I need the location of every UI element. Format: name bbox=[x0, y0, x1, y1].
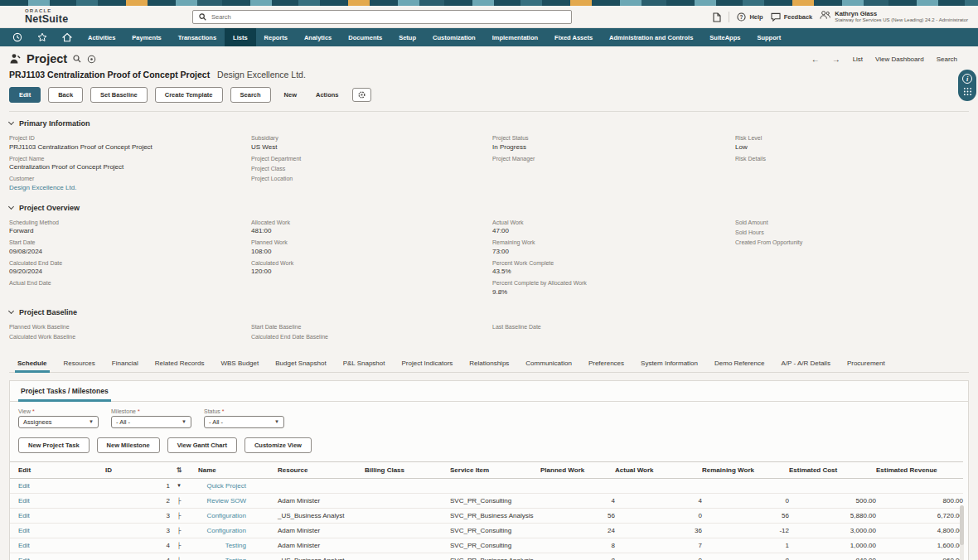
field-subsidiary: Subsidiary US West bbox=[251, 135, 492, 151]
shortcuts-star-icon[interactable] bbox=[30, 28, 55, 46]
task-name-link[interactable]: Configuration bbox=[206, 527, 246, 534]
sort-icon[interactable]: ⇅ bbox=[170, 461, 188, 478]
recent-records-icon[interactable] bbox=[5, 28, 30, 46]
edit-task-link[interactable]: Edit bbox=[18, 557, 30, 560]
list-link[interactable]: List bbox=[853, 56, 863, 63]
section-project-baseline-header[interactable]: Project Baseline bbox=[9, 308, 969, 316]
toolbar-settings-button[interactable] bbox=[352, 88, 371, 102]
user-menu[interactable]: Kathryn Glass Stairway for Services US (… bbox=[820, 10, 968, 24]
task-name-link[interactable]: Testing bbox=[225, 542, 246, 549]
view-gantt-chart-button[interactable]: View Gantt Chart bbox=[167, 437, 237, 453]
table-header-row: Edit ID ⇅ Name Resource Billing Class Se… bbox=[10, 461, 963, 478]
status-select[interactable]: - All - ▼ bbox=[204, 416, 284, 428]
record-toolbar: Edit Back Set Baseline Create Template S… bbox=[9, 87, 969, 103]
top-bar: ORACLE NetSuite ? Help Feedback Kathryn … bbox=[0, 6, 978, 28]
collapse-chevron-icon bbox=[8, 203, 14, 209]
search-button[interactable]: Search bbox=[230, 87, 271, 103]
record-tab[interactable]: Relationships bbox=[461, 355, 517, 372]
task-name-link[interactable]: Configuration bbox=[206, 512, 246, 519]
create-template-button[interactable]: Create Template bbox=[155, 87, 223, 103]
section-project-baseline: Project Baseline Planned Work Baseline C… bbox=[9, 308, 969, 344]
feedback-button[interactable]: Feedback bbox=[771, 12, 813, 22]
view-dashboard-link[interactable]: View Dashboard bbox=[875, 56, 924, 63]
task-name-link[interactable]: Review SOW bbox=[206, 497, 246, 504]
record-tab[interactable]: Project Indicators bbox=[394, 355, 462, 372]
nav-menu-item[interactable]: Fixed Assets bbox=[546, 28, 601, 46]
new-milestone-button[interactable]: New Milestone bbox=[97, 437, 160, 453]
home-icon[interactable] bbox=[55, 28, 80, 46]
nav-menu-item[interactable]: Transactions bbox=[170, 28, 225, 46]
task-name-link[interactable]: Quick Project bbox=[206, 482, 246, 490]
tree-expander-icon[interactable]: ├ bbox=[170, 553, 188, 560]
edit-task-link[interactable]: Edit bbox=[18, 527, 30, 534]
dots-grid-icon[interactable] bbox=[963, 87, 972, 96]
record-search-icon[interactable] bbox=[73, 55, 81, 63]
new-project-task-button[interactable]: New Project Task bbox=[18, 437, 90, 453]
netsuite-logo: ORACLE NetSuite bbox=[25, 8, 68, 24]
global-search[interactable] bbox=[192, 10, 572, 24]
edit-task-link[interactable]: Edit bbox=[18, 512, 30, 519]
nav-menu-item[interactable]: Support bbox=[748, 28, 789, 46]
back-button[interactable]: Back bbox=[48, 87, 83, 103]
view-select[interactable]: Assignees ▼ bbox=[18, 416, 99, 428]
customer-link[interactable]: Design Excellence Ltd. bbox=[9, 184, 251, 191]
record-tab[interactable]: Budget Snapshot bbox=[267, 355, 334, 372]
record-tab[interactable]: A/P - A/R Details bbox=[772, 355, 838, 372]
help-button[interactable]: ? Help bbox=[737, 12, 763, 22]
nav-menu-item[interactable]: Reports bbox=[256, 28, 296, 46]
nav-menu-item[interactable]: SuiteApps bbox=[701, 28, 748, 46]
tree-expander-icon[interactable]: ├ bbox=[170, 538, 188, 553]
edit-task-link[interactable]: Edit bbox=[18, 497, 30, 504]
section-primary-information-header[interactable]: Primary Information bbox=[9, 119, 969, 128]
task-row: Edit 4 ├ Testing _US_Business Analyst SV… bbox=[10, 553, 963, 560]
nav-menu-item[interactable]: Lists bbox=[225, 28, 256, 46]
record-tab[interactable]: System Information bbox=[632, 355, 706, 372]
record-tab[interactable]: Communication bbox=[517, 355, 580, 372]
customize-page-icon[interactable] bbox=[87, 55, 96, 64]
milestone-select[interactable]: - All - ▼ bbox=[111, 416, 191, 428]
section-project-overview-header[interactable]: Project Overview bbox=[9, 204, 969, 212]
tree-expander-icon[interactable]: ▾ bbox=[170, 478, 188, 493]
task-name-link[interactable]: Testing bbox=[225, 557, 246, 560]
record-tab[interactable]: WBS Budget bbox=[212, 355, 267, 372]
table-scrollbar[interactable] bbox=[960, 505, 964, 560]
task-actual-work: 7 bbox=[615, 538, 702, 553]
field-created-from-opportunity: Created From Opportunity bbox=[735, 239, 969, 245]
nav-menu-item[interactable]: Payments bbox=[123, 28, 169, 46]
nav-menu-item[interactable]: Analytics bbox=[296, 28, 340, 46]
task-id: 4 bbox=[95, 538, 170, 553]
assistant-floating-widget[interactable]: i bbox=[958, 70, 976, 101]
nav-menu-item[interactable]: Implementation bbox=[484, 28, 546, 46]
record-tab[interactable]: Schedule bbox=[9, 355, 56, 372]
record-tab[interactable]: Related Records bbox=[147, 355, 213, 372]
tree-expander-icon[interactable]: ├ bbox=[170, 508, 188, 523]
previous-record-arrow[interactable]: ← bbox=[811, 55, 820, 64]
edit-task-link[interactable]: Edit bbox=[18, 482, 30, 490]
set-baseline-button[interactable]: Set Baseline bbox=[90, 87, 148, 103]
record-tab[interactable]: Financial bbox=[104, 355, 147, 372]
customize-view-button[interactable]: Customize View bbox=[244, 437, 312, 453]
nav-menu-item[interactable]: Activities bbox=[80, 28, 123, 46]
edit-button[interactable]: Edit bbox=[9, 87, 41, 103]
nav-menu-item[interactable]: Customization bbox=[424, 28, 484, 46]
info-icon[interactable]: i bbox=[962, 74, 972, 84]
nav-menu-item[interactable]: Administration and Controls bbox=[601, 28, 701, 46]
nav-menu-item[interactable]: Setup bbox=[390, 28, 424, 46]
tree-expander-icon[interactable]: ├ bbox=[170, 523, 188, 538]
search-link[interactable]: Search bbox=[937, 56, 957, 63]
actions-menu-button[interactable]: Actions bbox=[310, 88, 345, 102]
new-menu-button[interactable]: New bbox=[278, 88, 303, 102]
edit-task-link[interactable]: Edit bbox=[18, 542, 30, 549]
search-input[interactable] bbox=[211, 13, 565, 21]
field-sold-hours: Sold Hours bbox=[735, 229, 969, 235]
record-tab[interactable]: Preferences bbox=[580, 355, 632, 372]
quick-add-document-icon[interactable] bbox=[713, 12, 721, 22]
subtab-project-tasks-milestones[interactable]: Project Tasks / Milestones bbox=[18, 381, 111, 402]
record-tab[interactable]: Demo Reference bbox=[706, 355, 772, 372]
record-tab[interactable]: Resources bbox=[56, 355, 104, 372]
nav-menu-item[interactable]: Documents bbox=[340, 28, 390, 46]
next-record-arrow[interactable]: → bbox=[832, 55, 840, 64]
tree-expander-icon[interactable]: ├ bbox=[170, 493, 188, 508]
record-tab[interactable]: P&L Snapshot bbox=[335, 355, 394, 372]
record-tab[interactable]: Procurement bbox=[839, 355, 893, 372]
